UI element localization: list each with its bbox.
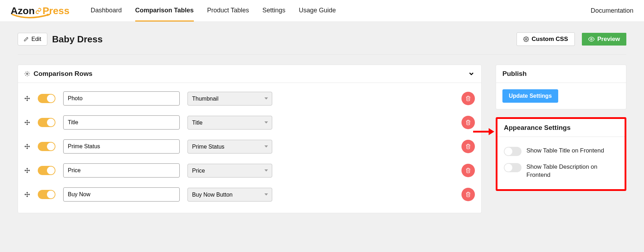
row-type-select[interactable]: Buy Now Button bbox=[187, 188, 272, 202]
comparison-row: Buy Now Button bbox=[24, 182, 475, 206]
appearance-title: Appearance Settings bbox=[497, 119, 625, 137]
svg-point-2 bbox=[26, 73, 28, 74]
delete-row-button[interactable] bbox=[461, 140, 475, 153]
row-label-input[interactable] bbox=[63, 187, 180, 202]
pencil-icon bbox=[24, 37, 29, 42]
row-enable-toggle[interactable] bbox=[38, 142, 55, 151]
delete-row-button[interactable] bbox=[461, 188, 475, 201]
svg-point-1 bbox=[590, 38, 592, 40]
comparison-row: Title bbox=[24, 110, 475, 134]
comparison-rows-panel: Comparison Rows Thumbnail bbox=[18, 65, 482, 213]
custom-css-label: Custom CSS bbox=[532, 36, 568, 43]
logo-swoosh-icon bbox=[11, 14, 46, 20]
edit-button[interactable]: Edit bbox=[18, 33, 47, 46]
row-enable-toggle[interactable] bbox=[38, 190, 55, 199]
row-type-select[interactable]: Title bbox=[187, 116, 272, 130]
documentation-link[interactable]: Documentation bbox=[591, 7, 633, 14]
row-enable-toggle[interactable] bbox=[38, 94, 55, 103]
page-title: Baby Dress bbox=[52, 34, 512, 45]
comparison-row: Thumbnail bbox=[24, 86, 475, 110]
comparison-row: Prime Status bbox=[24, 134, 475, 158]
drag-handle-icon[interactable] bbox=[24, 120, 30, 125]
publish-title: Publish bbox=[496, 65, 626, 83]
right-sidebar: Publish Update Settings Appearance Setti… bbox=[496, 65, 626, 191]
drag-handle-icon[interactable] bbox=[24, 96, 30, 101]
toggle-show-description[interactable] bbox=[504, 163, 521, 172]
top-header: Azon Press Dashboard Comparison Tables P… bbox=[0, 0, 644, 22]
row-label-input[interactable] bbox=[63, 115, 180, 130]
collapse-toggle[interactable] bbox=[468, 70, 475, 77]
update-settings-button[interactable]: Update Settings bbox=[502, 89, 558, 103]
delete-row-button[interactable] bbox=[461, 164, 475, 177]
preview-label: Preview bbox=[597, 36, 620, 43]
row-label-input[interactable] bbox=[63, 163, 180, 178]
gear-icon bbox=[24, 71, 30, 77]
comparison-rows-title: Comparison Rows bbox=[34, 70, 93, 78]
nav-product-tables[interactable]: Product Tables bbox=[207, 0, 249, 22]
edit-button-label: Edit bbox=[31, 36, 41, 42]
link-icon bbox=[35, 8, 42, 14]
appearance-option-label: Show Table Description on Frontend bbox=[526, 163, 618, 179]
drag-handle-icon[interactable] bbox=[24, 144, 30, 149]
row-type-select[interactable]: Prime Status bbox=[187, 140, 272, 154]
appearance-settings-card: Appearance Settings Show Table Title on … bbox=[496, 117, 626, 191]
nav-dashboard[interactable]: Dashboard bbox=[91, 0, 122, 22]
eye-icon bbox=[588, 36, 595, 42]
annotation-arrow-icon bbox=[473, 127, 494, 136]
toggle-show-title[interactable] bbox=[504, 147, 521, 156]
svg-point-0 bbox=[525, 38, 527, 40]
row-type-select[interactable]: Thumbnail bbox=[187, 92, 272, 106]
page-header: Edit Baby Dress Custom CSS Preview bbox=[18, 32, 626, 55]
svg-marker-14 bbox=[489, 128, 494, 135]
main-nav: Dashboard Comparison Tables Product Tabl… bbox=[91, 0, 591, 22]
row-label-input[interactable] bbox=[63, 91, 180, 106]
row-label-input[interactable] bbox=[63, 139, 180, 154]
custom-css-button[interactable]: Custom CSS bbox=[517, 32, 575, 46]
nav-settings[interactable]: Settings bbox=[262, 0, 285, 22]
drag-handle-icon[interactable] bbox=[24, 168, 30, 173]
delete-row-button[interactable] bbox=[461, 92, 475, 105]
publish-card: Publish Update Settings bbox=[496, 65, 626, 109]
preview-button[interactable]: Preview bbox=[582, 33, 626, 46]
row-type-select[interactable]: Price bbox=[187, 164, 272, 178]
comparison-row: Price bbox=[24, 158, 475, 182]
gear-icon bbox=[523, 36, 529, 42]
row-enable-toggle[interactable] bbox=[38, 118, 55, 127]
drag-handle-icon[interactable] bbox=[24, 192, 30, 197]
nav-usage-guide[interactable]: Usage Guide bbox=[299, 0, 336, 22]
nav-comparison-tables[interactable]: Comparison Tables bbox=[135, 0, 194, 22]
logo: Azon Press bbox=[11, 5, 91, 17]
appearance-option-label: Show Table Title on Frontend bbox=[526, 147, 604, 155]
row-enable-toggle[interactable] bbox=[38, 166, 55, 175]
